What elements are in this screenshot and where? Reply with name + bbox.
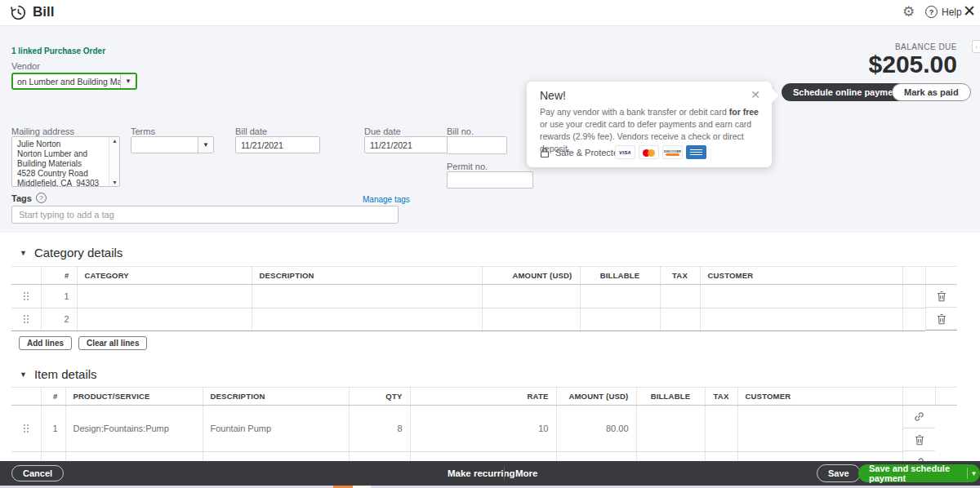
line-number: 1 xyxy=(41,285,77,308)
line-number: 1 xyxy=(41,406,65,452)
amex-card-icon xyxy=(686,145,706,159)
clear-all-lines-button[interactable]: Clear all lines xyxy=(78,336,147,350)
gear-icon[interactable]: ⚙ xyxy=(902,3,915,20)
trash-icon[interactable] xyxy=(937,291,947,302)
mark-as-paid-button[interactable]: Mark as paid xyxy=(892,83,971,101)
col-customer: CUSTOMER xyxy=(737,388,902,406)
tax-cell[interactable] xyxy=(705,406,737,452)
bill-no-input[interactable] xyxy=(447,136,507,154)
col-billable: BILLABLE xyxy=(580,267,660,285)
drag-handle-icon[interactable] xyxy=(23,424,29,433)
description-cell[interactable]: Fountain Pump xyxy=(203,406,349,452)
customer-cell[interactable] xyxy=(737,406,902,452)
terms-dropdown[interactable]: ▼ xyxy=(131,136,214,153)
make-recurring-button[interactable]: Make recurring xyxy=(448,468,514,478)
category-details-title: Category details xyxy=(34,246,122,260)
popup-close-icon[interactable]: ✕ xyxy=(751,88,760,101)
customer-cell[interactable] xyxy=(700,308,902,331)
drag-handle-icon[interactable] xyxy=(23,291,29,301)
window-header: Bill ⚙ ? Help ✕ xyxy=(0,0,980,26)
permit-no-label: Permit no. xyxy=(447,162,488,171)
tax-cell[interactable] xyxy=(660,308,700,331)
mastercard-card-icon xyxy=(639,145,659,159)
tags-input[interactable] xyxy=(11,206,399,224)
address-scrollbar[interactable]: ▲ ▼ xyxy=(109,137,119,186)
vendor-label: Vendor xyxy=(11,61,40,71)
chevron-down-icon[interactable]: ▼ xyxy=(198,137,213,153)
mailing-address-label: Mailing address xyxy=(11,126,74,136)
col-billable: BILLABLE xyxy=(636,388,705,406)
chevron-down-icon[interactable]: ▼ xyxy=(120,74,136,88)
linked-purchase-order-link[interactable]: 1 linked Purchase Order xyxy=(11,47,105,55)
add-lines-button[interactable]: Add lines xyxy=(19,336,72,350)
bill-date-input[interactable]: 11/21/2021 xyxy=(235,136,320,153)
drag-handle-icon[interactable] xyxy=(23,314,29,324)
permit-no-input[interactable] xyxy=(447,171,533,189)
manage-tags-link[interactable]: Manage tags xyxy=(363,195,410,204)
billable-cell[interactable] xyxy=(636,406,705,452)
trash-icon[interactable] xyxy=(915,434,924,446)
qty-cell[interactable]: 8 xyxy=(349,406,410,452)
col-description: DESCRIPTION xyxy=(203,388,349,406)
help-button[interactable]: ? Help xyxy=(925,6,962,18)
tags-label-row: Tags ? xyxy=(11,193,47,203)
scroll-down-icon[interactable]: ▼ xyxy=(112,180,118,185)
more-button[interactable]: More xyxy=(515,468,537,478)
card-logos: VISA DISCOVER xyxy=(615,145,706,159)
billable-cell[interactable] xyxy=(580,308,660,331)
rate-cell[interactable]: 10 xyxy=(410,406,556,452)
customer-cell[interactable] xyxy=(700,285,902,308)
amount-cell[interactable] xyxy=(482,308,580,331)
col-product-service: PRODUCT/SERVICE xyxy=(65,388,203,406)
online-payment-promo-popup: New! ✕ Pay any vendor with a bank transf… xyxy=(527,82,772,167)
category-cell[interactable] xyxy=(77,285,252,308)
line-number: 2 xyxy=(41,308,77,331)
category-row-1: 1 xyxy=(11,285,957,308)
item-details-title: Item details xyxy=(34,367,97,381)
vendor-dropdown[interactable]: on Lumber and Building Materials ▼ xyxy=(11,73,137,90)
mailing-address-field[interactable]: Julie Norton Norton Lumber and Building … xyxy=(11,136,120,187)
category-cell[interactable] xyxy=(77,308,252,331)
amount-cell[interactable] xyxy=(482,285,580,308)
product-service-cell[interactable]: Design:Fountains:Pump xyxy=(65,406,203,452)
bill-no-label: Bill no. xyxy=(447,126,474,136)
item-row-1: 1 Design:Fountains:Pump Fountain Pump 8 … xyxy=(11,406,957,452)
safe-protected-row: Safe & Protected xyxy=(540,147,623,158)
category-details-toggle[interactable]: ▼ Category details xyxy=(20,246,122,260)
save-and-schedule-payment-button[interactable]: Save and schedule payment ▼ xyxy=(858,464,980,482)
side-panel-tab[interactable]: › xyxy=(972,40,980,53)
description-cell[interactable] xyxy=(252,285,482,308)
footer-divider xyxy=(504,467,505,480)
col-tax: TAX xyxy=(660,267,700,285)
recent-transactions-clock-icon[interactable] xyxy=(10,4,27,21)
triangle-down-icon: ▼ xyxy=(20,370,27,379)
col-category: CATEGORY xyxy=(77,267,252,285)
discover-card-icon: DISCOVER xyxy=(662,145,683,159)
chevron-down-icon[interactable]: ▼ xyxy=(968,470,980,477)
col-amount: AMOUNT (USD) xyxy=(482,267,580,285)
help-question-icon: ? xyxy=(925,6,938,18)
description-cell[interactable] xyxy=(252,308,482,331)
close-icon[interactable]: ✕ xyxy=(963,2,976,20)
trash-icon[interactable] xyxy=(937,313,947,325)
triangle-down-icon: ▼ xyxy=(20,249,27,257)
item-header-row: # PRODUCT/SERVICE DESCRIPTION QTY RATE A… xyxy=(11,388,957,406)
bill-date-label: Bill date xyxy=(235,126,267,136)
col-rate: RATE xyxy=(410,388,556,406)
item-details-toggle[interactable]: ▼ Item details xyxy=(20,367,97,381)
cancel-button[interactable]: Cancel xyxy=(11,465,64,481)
tax-cell[interactable] xyxy=(660,285,700,308)
col-qty: QTY xyxy=(349,388,410,406)
save-button[interactable]: Save xyxy=(817,464,861,482)
due-date-label: Due date xyxy=(364,126,401,136)
category-row-2: 2 xyxy=(11,308,957,331)
col-description: DESCRIPTION xyxy=(252,267,482,285)
amount-cell[interactable]: 80.00 xyxy=(556,406,636,452)
tags-help-icon[interactable]: ? xyxy=(36,193,47,203)
visa-card-icon: VISA xyxy=(615,145,635,159)
due-date-input[interactable]: 11/21/2021 xyxy=(364,136,449,153)
billable-cell[interactable] xyxy=(580,285,660,308)
scroll-up-icon[interactable]: ▲ xyxy=(112,138,118,144)
link-icon[interactable] xyxy=(914,411,924,422)
page-title: Bill xyxy=(33,4,54,20)
